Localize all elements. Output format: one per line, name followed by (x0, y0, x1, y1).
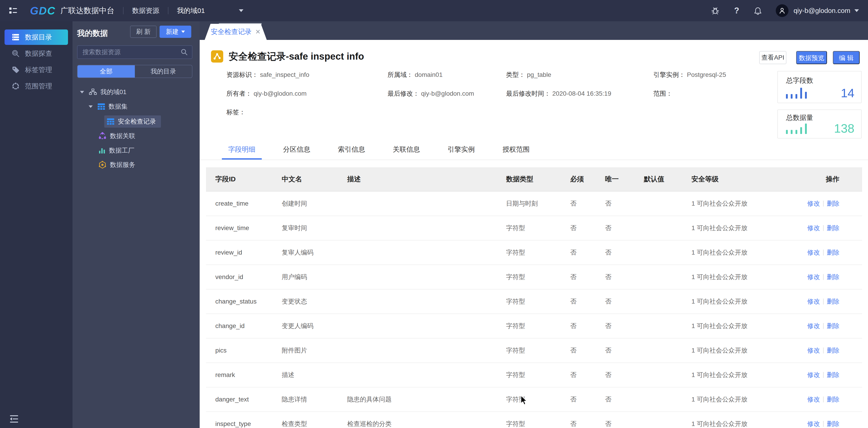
document-tab-safe-inspect[interactable]: 安全检查记录 ✕ (205, 24, 267, 40)
cell-actions: 修改删除 (805, 322, 862, 330)
user-email[interactable]: qiy-b@glodon.com (794, 7, 850, 14)
debug-icon[interactable] (711, 6, 719, 15)
divider (823, 201, 824, 207)
cell-data-type: 字符型 (506, 395, 570, 404)
chevron-down-icon[interactable] (239, 9, 243, 12)
tree-node-safe-inspect-record[interactable]: 安全检查记录 (104, 115, 161, 128)
cell-required: 否 (570, 297, 605, 306)
domain-icon (89, 89, 97, 95)
meta-type: 类型：pg_table (506, 70, 551, 79)
tree-node-data-service[interactable]: 数据服务 (99, 158, 135, 171)
cell-data-type: 字符型 (506, 420, 570, 428)
caret-down-icon[interactable] (89, 105, 93, 108)
delete-link[interactable]: 删除 (827, 420, 839, 427)
edit-link[interactable]: 修改 (807, 224, 820, 232)
notification-bell-icon[interactable] (753, 6, 762, 15)
cell-required: 否 (570, 322, 605, 330)
tree-node-data-relation[interactable]: 数据关联 (99, 130, 135, 142)
view-api-button[interactable]: 查看API (759, 51, 786, 64)
edit-link[interactable]: 修改 (807, 249, 820, 256)
user-avatar[interactable] (776, 4, 788, 17)
sidebar-item-label: 数据探查 (25, 49, 52, 58)
filter-my-catalog[interactable]: 我的目录 (135, 65, 192, 78)
cell-cn-name: 创建时间 (282, 199, 347, 208)
data-preview-button[interactable]: 数据预览 (796, 51, 827, 64)
tree-node-data-factory[interactable]: 数据工厂 (99, 144, 134, 157)
sidebar-item-scope-management[interactable]: 范围管理 (4, 79, 68, 94)
delete-link[interactable]: 删除 (827, 396, 839, 403)
close-icon[interactable]: ✕ (255, 28, 260, 36)
tab-engine-instance[interactable]: 引擎实例 (441, 140, 481, 160)
service-hexagon-icon (99, 161, 106, 169)
edit-link[interactable]: 修改 (807, 396, 820, 403)
delete-link[interactable]: 删除 (827, 224, 839, 232)
tree-node-domain[interactable]: 我的域01 (80, 86, 126, 98)
cell-unique: 否 (605, 248, 644, 257)
edit-link[interactable]: 修改 (807, 420, 820, 427)
meta-resource-id: 资源标识：safe_inspect_info (226, 70, 309, 79)
sidebar-item-data-catalog[interactable]: 数据目录 (4, 29, 68, 45)
cell-security-level: 1 可向社会公众开放 (691, 420, 805, 428)
edit-link[interactable]: 修改 (807, 323, 820, 329)
meta-domain: 所属域：domain01 (388, 70, 443, 79)
search-icon[interactable] (181, 49, 188, 56)
my-data-panel: 我的数据 刷 新 新建 全部 我的目录 我的域01 (72, 21, 200, 428)
search-input[interactable] (78, 49, 181, 56)
nav-domain-select[interactable]: 我的域01 (177, 6, 205, 16)
help-icon[interactable]: ? (732, 6, 741, 15)
tree-node-label: 数据关联 (110, 132, 135, 140)
edit-link[interactable]: 修改 (807, 371, 820, 378)
sidebar-collapse-icon[interactable] (9, 415, 19, 423)
new-button[interactable]: 新建 (159, 26, 191, 38)
stat-value: 14 (841, 86, 855, 100)
hamburger-menu-icon[interactable] (9, 7, 17, 14)
table-row: danger_text 隐患详情 隐患的具体问题 字符型 否 否 1 可向社会公… (206, 388, 862, 412)
table-row: review_id 复审人编码 字符型 否 否 1 可向社会公众开放 修改删除 (206, 241, 862, 265)
meta-last-modified-time: 最后修改时间：2020-08-04 16:35:19 (506, 89, 611, 98)
detail-panel: 安全检查记录-safe inspect info 查看API 数据预览 编 辑 … (200, 40, 868, 428)
detail-tabs: 字段明细 分区信息 索引信息 关联信息 引擎实例 授权范围 (200, 140, 868, 160)
cell-required: 否 (570, 420, 605, 428)
table-row: remark 描述 字符型 否 否 1 可向社会公众开放 修改删除 (206, 363, 862, 388)
refresh-button[interactable]: 刷 新 (130, 26, 157, 38)
primary-sidebar: 数据目录 数据探查 标签管理 范围管理 (0, 21, 72, 428)
delete-link[interactable]: 删除 (827, 371, 839, 378)
edit-button[interactable]: 编 辑 (833, 51, 860, 64)
stat-card-total-rows: 总数据量 138 (777, 110, 862, 139)
sidebar-item-tag-management[interactable]: 标签管理 (4, 62, 68, 78)
tree-node-dataset[interactable]: 数据集 (89, 100, 128, 113)
document-tab-label: 安全检查记录 (211, 27, 252, 36)
tag-icon (12, 66, 20, 74)
table-grid-icon (98, 103, 105, 110)
cell-data-type: 字符型 (506, 224, 570, 232)
sidebar-item-label: 标签管理 (25, 65, 52, 74)
divider (168, 7, 168, 14)
tab-index-info[interactable]: 索引信息 (332, 140, 371, 160)
edit-link[interactable]: 修改 (807, 298, 820, 305)
cell-unique: 否 (605, 371, 644, 379)
delete-link[interactable]: 删除 (827, 249, 839, 256)
meta-last-modified-by: 最后修改：qiy-b@glodon.com (388, 89, 474, 98)
delete-link[interactable]: 删除 (827, 273, 839, 280)
cell-actions: 修改删除 (805, 420, 862, 428)
filter-all[interactable]: 全部 (78, 65, 135, 78)
delete-link[interactable]: 删除 (827, 347, 839, 354)
caret-down-icon[interactable] (80, 91, 84, 93)
edit-link[interactable]: 修改 (807, 347, 820, 354)
table-row: review_time 复审时间 字符型 否 否 1 可向社会公众开放 修改删除 (206, 216, 862, 241)
edit-link[interactable]: 修改 (807, 200, 820, 207)
tab-partition-info[interactable]: 分区信息 (277, 140, 317, 160)
tab-auth-scope[interactable]: 授权范围 (496, 140, 536, 160)
table-header-row: 字段ID 中文名 描述 数据类型 必须 唯一 默认值 安全等级 操作 (206, 167, 862, 191)
cell-actions: 修改删除 (805, 371, 862, 379)
sidebar-item-data-explore[interactable]: 数据探查 (4, 46, 68, 61)
delete-link[interactable]: 删除 (827, 298, 839, 305)
tab-field-detail[interactable]: 字段明细 (222, 140, 262, 160)
edit-link[interactable]: 修改 (807, 273, 820, 280)
chevron-down-icon[interactable] (855, 9, 859, 12)
meta-scope: 范围： (653, 89, 674, 98)
delete-link[interactable]: 删除 (827, 323, 839, 329)
nav-data-resource[interactable]: 数据资源 (132, 6, 159, 16)
tab-relation-info[interactable]: 关联信息 (386, 140, 426, 160)
delete-link[interactable]: 删除 (827, 200, 839, 207)
